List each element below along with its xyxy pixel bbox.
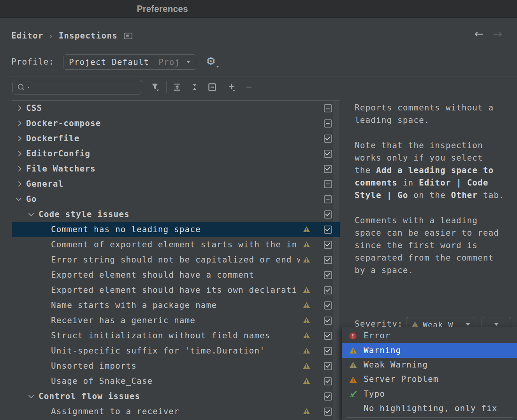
severity-option-label: Error [364,329,390,343]
remove-inspection-icon [244,83,253,91]
description-line: by a space. [355,264,514,276]
checkbox[interactable] [324,271,332,279]
search-box[interactable] [12,80,142,94]
tree-row-label: Unsorted imports [51,359,300,374]
tree-row-receiver-has-a-generic-name[interactable]: Receiver has a generic name [12,313,340,328]
tree-row-label: Assignment to a receiver [51,404,300,419]
gear-icon[interactable]: ⚙ [206,55,216,68]
checkbox[interactable] [324,332,332,340]
tree-row-dockerfile[interactable]: Dockerfile [12,131,340,146]
chevron-right-icon[interactable] [16,151,21,156]
warning-icon [303,378,310,386]
checkbox[interactable] [324,195,332,203]
severity-option-label: Typo [364,387,385,401]
typo-icon [349,390,358,398]
chevron-right-icon[interactable] [16,166,21,172]
tree-row-usage-of-snake-case[interactable]: Usage of Snake_Case [12,374,340,389]
tree-row-general[interactable]: General [12,177,340,192]
checkbox[interactable] [324,256,332,264]
breadcrumb: Editor › Inspections [11,30,132,42]
search-input[interactable] [33,82,140,93]
preferences-window: Preferences Editor › Inspections ← → Pro… [0,0,517,420]
tree-row-error-string-should-not-be-capitalized-or-end-w[interactable]: Error string should not be capitalized o… [12,252,340,268]
search-options-caret-icon[interactable] [27,87,30,88]
search-icon [17,83,25,92]
chevron-down-icon[interactable] [16,196,21,201]
tree-row-file-watchers[interactable]: File Watchers [12,161,340,177]
chevron-right-icon[interactable] [16,105,21,111]
tree-row-label: Exported element should have its own dec… [51,283,300,298]
tree-row-docker-compose[interactable]: Docker-compose [12,116,340,131]
severity-option-label: Warning [364,343,401,358]
checkbox[interactable] [324,362,332,370]
chevron-down-icon [494,323,498,326]
chevron-right-icon[interactable] [16,181,21,187]
profile-value: Project Default [69,58,149,67]
severity-option-warning[interactable]: Warning [342,343,517,357]
tree-row-struct-initialization-without-field-names[interactable]: Struct initialization without field name… [12,328,340,343]
severity-option-typo[interactable]: Typo [342,387,517,401]
severity-option-server-problem[interactable]: Server Problem [342,372,517,387]
tree-row-label: Code style issues [39,207,300,222]
tree-row-assignment-to-a-receiver[interactable]: Assignment to a receiver [12,404,340,419]
description-line: leading space. [355,114,514,126]
severity-option-no-highlighting-only-fix[interactable]: No highlighting, only fix [342,401,517,416]
severity-option-weak-warning[interactable]: Weak Warning [342,358,517,372]
chevron-right-icon[interactable] [16,136,21,141]
checkbox[interactable] [324,286,332,294]
tree-row-go[interactable]: Go [12,192,340,207]
forward-arrow-icon: → [493,28,502,40]
tree-row-css[interactable]: CSS [12,101,340,116]
checkbox[interactable] [324,392,332,401]
warning-icon [303,256,310,264]
tree-row-comment-of-exported-element-starts-with-the-in[interactable]: Comment of exported element starts with … [12,237,340,252]
tree-row-label: Error string should not be capitalized o… [51,252,300,268]
checkbox[interactable] [324,165,332,173]
chevron-down-icon [216,66,219,68]
chevron-down-icon [466,323,470,326]
description-line: space can be easier to read [355,227,514,239]
checkbox[interactable] [324,210,332,219]
tree-row-unsorted-imports[interactable]: Unsorted imports [12,359,340,374]
panel-divider[interactable] [340,100,340,420]
warning-icon [303,362,310,371]
checkbox[interactable] [324,180,332,188]
dialog-icon [124,33,132,39]
chevron-down-icon[interactable] [28,393,34,398]
tree-row-editorconfig[interactable]: EditorConfig [12,146,340,161]
tree-row-name-starts-with-a-package-name[interactable]: Name starts with a package name [12,298,340,313]
checkbox[interactable] [324,104,332,112]
tree-row-code-style-issues[interactable]: Code style issues [12,207,340,222]
tree-row-label: File Watchers [26,161,300,177]
tree-row-control-flow-issues[interactable]: Control flow issues [12,389,340,404]
chevron-right-icon[interactable] [16,121,21,126]
breadcrumb-editor[interactable]: Editor [11,31,43,40]
add-inspection-icon[interactable] [227,83,236,91]
checkbox[interactable] [324,241,332,249]
profile-select[interactable]: Project Default Proj [63,54,196,70]
checkbox[interactable] [324,377,332,385]
checkbox[interactable] [324,226,332,234]
checkbox[interactable] [324,317,332,325]
checkbox[interactable] [324,301,332,310]
tree-row-comment-has-no-leading-space[interactable]: Comment has no leading space [12,222,340,237]
back-arrow-icon[interactable]: ← [474,28,484,40]
tree-row-unit-specific-suffix-for-time-duration[interactable]: Unit-specific suffix for 'time.Duration' [12,343,340,359]
chevron-down-icon[interactable] [28,211,34,216]
warning-icon [303,287,310,295]
checkbox[interactable] [324,150,332,158]
checkbox[interactable] [324,408,332,416]
severity-option-error[interactable]: Error [342,329,517,343]
tree-row-label: Comment of exported element starts with … [51,237,300,252]
filter-icon[interactable] [151,83,159,91]
reset-inspection-icon[interactable] [208,83,216,91]
tree-row-exported-element-should-have-a-comment[interactable]: Exported element should have a comment [12,268,340,283]
checkbox[interactable] [324,119,332,128]
checkbox[interactable] [324,135,332,143]
tree-row-exported-element-should-have-its-own-declarati[interactable]: Exported element should have its own dec… [12,283,340,298]
description-line: works only if you select [355,152,514,164]
severity-popup: ErrorWarningWeak WarningServer ProblemTy… [342,327,517,420]
collapse-all-icon[interactable] [190,83,199,91]
checkbox[interactable] [324,347,332,355]
expand-all-icon[interactable] [173,83,181,91]
